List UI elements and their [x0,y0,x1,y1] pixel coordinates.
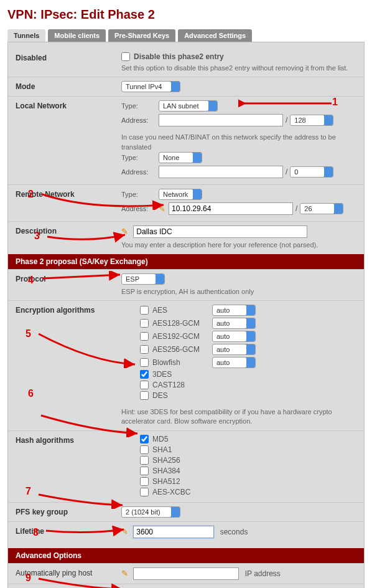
enc-aes256gcm: AES256-GCM [152,345,208,354]
disable-checkbox[interactable] [121,52,130,61]
local-type-select[interactable]: LAN subnet [159,100,218,111]
lifetime-label: Lifetime [16,526,121,536]
tabs: Tunnels Mobile clients Pre-Shared Keys A… [7,29,365,42]
pencil-icon [121,527,130,536]
pencil-icon [121,227,130,235]
section-phase2-header: Phase 2 proposal (SA/Key Exchange) [8,254,364,269]
nat-type-select[interactable]: None [159,152,202,163]
tab-tunnels[interactable]: Tunnels [7,29,45,42]
nat-type-label: Type: [121,154,159,161]
enc-aes256gcm-keylen[interactable]: auto [212,344,256,355]
enc-aes: AES [152,306,208,315]
pfs-select[interactable]: 2 (1024 bit) [121,506,180,518]
hash-sha384: SHA384 [152,467,180,475]
enc-aes-checkbox[interactable] [140,306,149,315]
hash-md5: MD5 [152,435,168,443]
section-advanced-header: Advanced Options [8,548,364,563]
enc-blowfish-checkbox[interactable] [140,358,149,367]
enc-aes192gcm: AES192-GCM [152,332,208,341]
nat-prefix-select[interactable]: 0 [290,166,333,178]
slash: / [295,204,297,213]
disable-hint: Set this option to disable this phase2 e… [121,64,356,73]
local-prefix-select[interactable]: 128 [290,115,333,126]
remote-address-input[interactable] [169,202,293,215]
enc-3des: 3DES [152,370,172,379]
page-title: VPN: IPsec: Edit Phase 2 [7,7,365,22]
hash-sha256-checkbox[interactable] [140,456,149,465]
enc-3des-checkbox[interactable] [140,370,149,379]
hash-sha384-checkbox[interactable] [140,467,149,475]
tab-mobile-clients[interactable]: Mobile clients [48,29,106,42]
hash-sha256: SHA256 [152,456,180,465]
enc-des-checkbox[interactable] [140,391,149,400]
hash-aesxcbc-checkbox[interactable] [140,488,149,496]
disable-checkbox-label: Disable this phase2 entry [134,52,224,61]
ping-unit: IP address [245,569,281,578]
hash-md5-checkbox[interactable] [140,435,149,443]
remote-prefix-select[interactable]: 26 [300,203,343,214]
slash: / [286,116,287,125]
hash-sha512-checkbox[interactable] [140,477,149,486]
remote-type-label: Type: [121,191,159,198]
ping-label: Automatically ping host [16,567,121,577]
pfs-label: PFS key group [16,506,121,516]
protocol-hint: ESP is encryption, AH is authentication … [121,287,356,296]
annotation-5: 5 [26,328,31,339]
enc-aes192gcm-checkbox[interactable] [140,332,149,341]
hash-aesxcbc: AES-XCBC [152,488,190,496]
nat-address-label: Address: [121,168,159,176]
encryption-hint: Hint: use 3DES for best compatibility or… [121,407,356,427]
enc-blowfish: Blowfish [152,358,208,367]
hash-sha1-checkbox[interactable] [140,445,149,454]
protocol-label: Protocol [16,273,121,283]
hash-sha512: SHA512 [152,477,180,486]
enc-aes128gcm-keylen[interactable]: auto [212,318,256,329]
enc-cast128-checkbox[interactable] [140,381,149,389]
encryption-label: Encryption algorithms [16,305,121,315]
protocol-select[interactable]: ESP [121,273,165,285]
local-address-label: Address: [121,116,159,124]
pencil-icon [121,569,130,577]
description-input[interactable] [133,225,307,238]
remote-address-label: Address: [121,205,159,212]
mode-select[interactable]: Tunnel IPv4 [121,81,180,92]
enc-cast128: CAST128 [152,381,185,389]
tab-preshared-keys[interactable]: Pre-Shared Keys [108,29,175,42]
pencil-icon [159,204,167,213]
remote-network-label: Remote Network [16,189,121,199]
enc-aes256gcm-checkbox[interactable] [140,345,149,354]
enc-blowfish-keylen[interactable]: auto [212,357,256,368]
local-network-label: Local Network [16,100,121,110]
panel: Disabled Disable this phase2 entry Set t… [7,42,365,588]
enc-aes-keylen[interactable]: auto [212,305,256,316]
enc-des: DES [152,391,168,400]
slash: / [286,168,287,176]
ping-input[interactable] [133,567,239,580]
annotation-6: 6 [28,388,34,399]
nat-address-input[interactable] [159,166,283,178]
hash-label: Hash algorithms [16,435,121,445]
annotation-7: 7 [26,486,31,497]
mode-label: Mode [16,81,121,91]
enc-aes128gcm-checkbox[interactable] [140,319,149,328]
local-address-input[interactable] [159,114,283,126]
nat-hint: In case you need NAT/BINAT on this netwo… [121,133,356,152]
hash-sha1: SHA1 [152,445,172,454]
local-type-label: Type: [121,102,159,110]
description-hint: You may enter a description here for you… [121,240,356,250]
enc-aes128gcm: AES128-GCM [152,319,208,328]
lifetime-input[interactable] [133,526,214,538]
disabled-label: Disabled [16,52,121,62]
remote-type-select[interactable]: Network [159,189,202,200]
tab-advanced-settings[interactable]: Advanced Settings [178,29,252,42]
lifetime-unit: seconds [220,528,248,536]
enc-aes192gcm-keylen[interactable]: auto [212,331,256,342]
description-label: Description [16,225,121,235]
